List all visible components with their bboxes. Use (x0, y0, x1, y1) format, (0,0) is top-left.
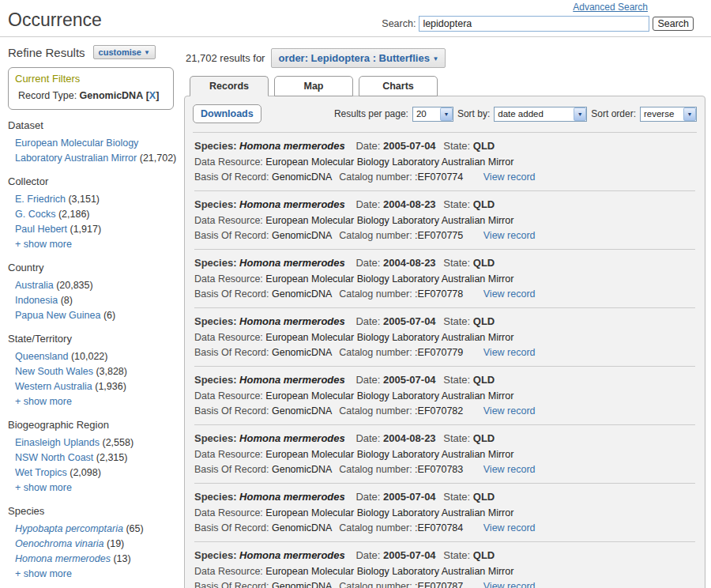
view-record-link[interactable]: View record (483, 172, 536, 183)
show-more-link[interactable]: + show more (8, 237, 179, 252)
state-value: QLD (473, 140, 495, 152)
record-item: Species: Homona mermerodes Date: 2004-08… (194, 250, 695, 308)
state-value: QLD (473, 549, 495, 561)
page-header: Occurrence Advanced Search Search: Searc… (0, 0, 711, 36)
facet-link[interactable]: Paul Hebert (15, 224, 67, 235)
tab-records[interactable]: Records (190, 76, 269, 96)
sort-order-select[interactable]: reverse ▼ (640, 107, 697, 122)
basis-of-record-label: Basis Of Record: (194, 172, 269, 183)
catalog-number-label: Catalog number: (339, 347, 412, 358)
facet-count: (65) (126, 523, 143, 534)
catalog-number-label: Catalog number: (339, 405, 412, 416)
record-item: Species: Homona mermerodes Date: 2004-08… (194, 191, 695, 250)
facet-item: Oenochroma vinaria (19) (8, 537, 179, 552)
facet-item: E. Friedrich (3,151) (8, 192, 179, 207)
results-per-page-select[interactable]: 20 ▼ (412, 107, 453, 122)
state-value: QLD (473, 432, 495, 444)
facet-link[interactable]: Homona mermerodes (15, 553, 111, 564)
state-value: QLD (473, 491, 495, 503)
date-label: Date: (356, 374, 380, 386)
date-value: 2005-07-04 (383, 491, 436, 503)
facet-item: Einasleigh Uplands (2,558) (8, 435, 179, 450)
facet-link[interactable]: European Molecular Biology Laboratory Au… (15, 138, 138, 164)
facet-link[interactable]: G. Cocks (15, 209, 55, 220)
species-name: Homona mermerodes (239, 198, 345, 210)
facet-link[interactable]: Wet Tropics (15, 467, 67, 478)
facet-link[interactable]: Indonesia (15, 295, 58, 306)
facet-link[interactable]: New South Wales (15, 366, 93, 377)
view-record-link[interactable]: View record (483, 464, 536, 475)
basis-of-record-label: Basis Of Record: (194, 347, 269, 358)
catalog-number-value: :EF070774 (415, 172, 463, 183)
state-label: State: (443, 198, 470, 210)
facet-link[interactable]: Oenochroma vinaria (15, 538, 104, 549)
record-item: Species: Homona mermerodes Date: 2005-07… (194, 367, 695, 425)
show-more-link[interactable]: + show more (8, 567, 179, 582)
facet-link[interactable]: Hypobapta percomptaria (15, 523, 123, 534)
facet-count: (2,186) (58, 209, 90, 220)
records-panel: Downloads Results per page: 20 ▼ Sort by… (184, 96, 705, 588)
catalog-number-label: Catalog number: (339, 230, 412, 241)
downloads-button[interactable]: Downloads (193, 104, 261, 123)
facet-link[interactable]: E. Friedrich (15, 194, 66, 205)
facet-count: (2,558) (103, 437, 134, 448)
date-value: 2005-07-04 (383, 315, 436, 327)
date-label: Date: (356, 491, 380, 503)
facet-count: (10,022) (71, 351, 108, 362)
view-record-link[interactable]: View record (483, 347, 536, 358)
filter-remove-bracket: ] (156, 90, 159, 101)
facet-link[interactable]: Papua New Guinea (15, 310, 100, 321)
query-filter-button[interactable]: order: Lepidoptera : Butterflies ▼ (271, 48, 446, 68)
show-more-link[interactable]: + show more (8, 394, 179, 409)
facet-item: G. Cocks (2,186) (8, 207, 179, 222)
facet-link[interactable]: Western Australia (15, 381, 92, 392)
search-button[interactable]: Search (653, 17, 694, 31)
view-record-link[interactable]: View record (483, 405, 536, 416)
facet-item: New South Wales (3,828) (8, 364, 179, 379)
advanced-search-link[interactable]: Advanced Search (573, 2, 648, 13)
data-resource-value: European Molecular Biology Laboratory Au… (265, 273, 514, 285)
state-value: QLD (473, 374, 495, 386)
facet-count: (1,936) (95, 381, 126, 392)
view-record-link[interactable]: View record (483, 230, 536, 241)
basis-of-record-value: GenomicDNA (272, 230, 332, 241)
date-value: 2004-08-23 (383, 432, 436, 444)
date-value: 2005-07-04 (383, 374, 436, 386)
tab-charts[interactable]: Charts (359, 76, 438, 96)
species-label: Species: (194, 374, 236, 386)
filter-value: GenomicDNA (80, 90, 144, 101)
search-input[interactable] (419, 16, 649, 32)
tab-map[interactable]: Map (274, 76, 353, 96)
customise-button[interactable]: customise ▼ (93, 45, 156, 59)
species-name: Homona mermerodes (239, 432, 345, 444)
view-record-link[interactable]: View record (483, 288, 536, 300)
view-record-link[interactable]: View record (483, 522, 536, 533)
basis-of-record-label: Basis Of Record: (194, 522, 269, 533)
facet-count: (20,835) (56, 280, 93, 291)
facet-link[interactable]: NSW North Coast (15, 452, 93, 463)
remove-filter-link[interactable]: X (149, 90, 156, 101)
date-label: Date: (356, 257, 380, 269)
record-item: Species: Homona mermerodes Date: 2004-08… (194, 425, 695, 484)
data-resource-label: Data Resource: (194, 507, 263, 518)
facet-section: Species Hypobapta percomptaria (65) Oeno… (8, 505, 179, 582)
facet-heading: Dataset (8, 119, 179, 131)
per-page-label: Results per page: (334, 108, 408, 119)
species-label: Species: (194, 315, 236, 327)
facet-heading: Biogeographic Region (8, 419, 179, 431)
data-resource-label: Data Resource: (194, 390, 263, 401)
view-record-link[interactable]: View record (483, 581, 536, 588)
species-name: Homona mermerodes (239, 374, 345, 386)
basis-of-record-value: GenomicDNA (272, 172, 332, 183)
sort-by-select[interactable]: date added ▼ (494, 107, 587, 122)
data-resource-label: Data Resource: (194, 215, 263, 226)
refine-sidebar: Refine Results customise ▼ Current Filte… (0, 37, 182, 588)
record-item: Species: Homona mermerodes Date: 2005-07… (194, 542, 695, 588)
facet-count: (21,702) (140, 153, 177, 164)
facet-link[interactable]: Einasleigh Uplands (15, 437, 100, 448)
show-more-link[interactable]: + show more (8, 481, 179, 496)
catalog-number-label: Catalog number: (339, 522, 412, 533)
facet-link[interactable]: Queensland (15, 351, 68, 362)
facet-link[interactable]: Australia (15, 280, 54, 291)
facet-count: (19) (107, 538, 124, 549)
